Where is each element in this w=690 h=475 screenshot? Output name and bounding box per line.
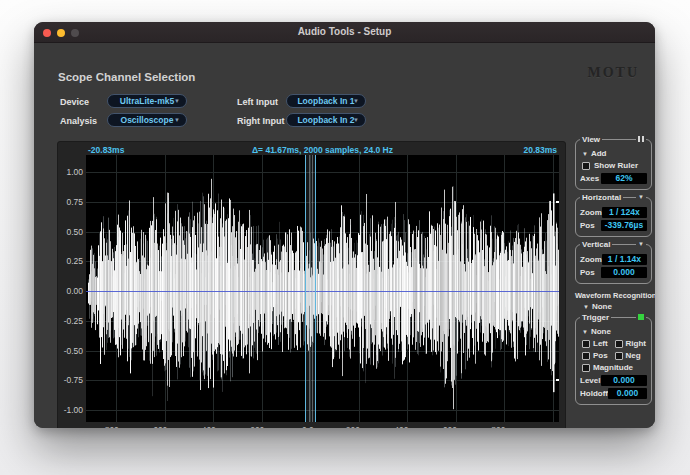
axes-value-field[interactable]: 62% <box>601 173 647 184</box>
trigger-pos-checkbox[interactable] <box>582 352 590 360</box>
left-input-dropdown[interactable]: Loopback In 1 ▼ <box>286 94 366 108</box>
show-ruler-label: Show Ruler <box>594 161 638 170</box>
right-input-label: Right Input <box>237 116 284 126</box>
show-ruler-row: Show Ruler <box>582 161 647 170</box>
y-axis-tick-label: 0.50 <box>58 227 83 237</box>
h-zoom-value-field[interactable]: 1 / 124x <box>602 207 647 218</box>
trigger-holdoff-value-field[interactable]: 0.000 <box>608 388 647 399</box>
oscilloscope-panel: -20.83ms Δ= 41.67ms, 2000 samples, 24.0 … <box>57 141 566 428</box>
desktop-background: Audio Tools - Setup Scope Channel Select… <box>0 0 690 475</box>
left-input-dropdown-value: Loopback In 1 <box>297 96 354 106</box>
chevron-down-icon: ▼ <box>353 117 359 124</box>
device-dropdown[interactable]: UltraLite-mk5 ▼ <box>107 94 187 108</box>
waveform-recognition-label: Waveform Recognition <box>575 291 652 300</box>
horizontal-group-title: Horizontal <box>580 193 623 202</box>
right-input-dropdown[interactable]: Loopback In 2 ▼ <box>286 113 366 127</box>
h-pos-value-field[interactable]: -339.76µs <box>601 220 647 231</box>
right-input-dropdown-value: Loopback In 2 <box>297 115 354 125</box>
y-axis-tick-label: -1.00 <box>58 405 83 415</box>
chevron-down-icon: ▼ <box>353 98 359 105</box>
x-axis-tick-label: -800ms <box>102 425 130 428</box>
h-zoom-label: Zoom <box>580 208 602 217</box>
chevron-down-icon[interactable]: ▼ <box>636 194 646 201</box>
v-zoom-value-field[interactable]: 1 / 1.14x <box>602 254 647 265</box>
y-axis-tick-label: -0.50 <box>58 346 83 356</box>
analysis-dropdown[interactable]: Oscilloscope ▼ <box>107 113 187 127</box>
v-pos-value-field[interactable]: 0.000 <box>601 267 647 278</box>
pause-icon[interactable] <box>636 136 646 142</box>
delta-readout: Δ= 41.67ms, 2000 samples, 24.0 Hz <box>86 145 559 155</box>
x-axis-tick-label: -200ms <box>247 425 275 428</box>
disclosure-triangle-icon: ▼ <box>582 328 588 336</box>
y-axis-tick-label: -0.25 <box>58 316 83 326</box>
waveform-recognition-dropdown[interactable]: ▼ None <box>583 302 652 311</box>
chevron-down-icon: ▼ <box>174 117 180 124</box>
trigger-neg-label: Neg <box>626 351 641 360</box>
trigger-mode-dropdown[interactable]: ▼ None <box>582 327 647 336</box>
horizontal-group: Horizontal ▼ Zoom 1 / 124x Pos -339.76µs <box>575 197 652 237</box>
axes-label: Axes <box>580 174 599 183</box>
view-group: View ▼ Add Show Ruler Axes 62% <box>575 139 652 190</box>
trigger-left-checkbox[interactable] <box>582 340 590 348</box>
analysis-dropdown-value: Oscilloscope <box>121 115 174 125</box>
x-axis-tick-label: -600ms <box>150 425 178 428</box>
trigger-group-title: Trigger <box>580 313 611 322</box>
trigger-magnitude-checkbox[interactable] <box>582 364 590 372</box>
left-input-label: Left Input <box>237 97 278 107</box>
x-axis-tick-label: 400ms <box>394 425 420 428</box>
trigger-level-value-field[interactable]: 0.000 <box>601 375 647 386</box>
vertical-group-title: Vertical <box>580 240 612 249</box>
trigger-mode-value: None <box>591 327 611 336</box>
chevron-down-icon: ▼ <box>174 98 180 105</box>
x-axis-tick-label: 200ms <box>346 425 372 428</box>
y-axis-tick-label: 0.25 <box>58 256 83 266</box>
vertical-group: Vertical ▼ Zoom 1 / 1.14x Pos 0.000 <box>575 244 652 284</box>
trigger-holdoff-label: Holdoff <box>580 389 608 398</box>
trigger-active-indicator <box>636 314 646 320</box>
h-pos-label: Pos <box>580 221 595 230</box>
y-axis-tick-label: 0.75 <box>58 197 83 207</box>
trigger-level-label: Level <box>580 376 600 385</box>
v-zoom-label: Zoom <box>580 255 602 264</box>
chevron-down-icon[interactable]: ▼ <box>636 241 646 248</box>
y-axis-tick-label: 0.00 <box>58 286 83 296</box>
disclosure-triangle-icon: ▼ <box>583 303 589 311</box>
window-content: Scope Channel Selection MOTU Device Ultr… <box>34 43 655 428</box>
disclosure-triangle-icon: ▼ <box>582 150 588 158</box>
waveform-recognition-value: None <box>592 302 612 311</box>
y-axis-tick-label: 1.00 <box>58 167 83 177</box>
y-axis-tick-label: -0.75 <box>58 375 83 385</box>
x-axis-tick-label: 600ms <box>443 425 469 428</box>
trigger-left-label: Left <box>593 339 608 348</box>
trigger-right-checkbox[interactable] <box>615 340 623 348</box>
page-title: Scope Channel Selection <box>58 71 195 83</box>
analysis-label: Analysis <box>60 116 97 126</box>
view-group-title: View <box>580 135 602 144</box>
x-axis-tick-label: -400ms <box>199 425 227 428</box>
view-add-label: Add <box>591 149 607 158</box>
right-cursor-time-label: 20.83ms <box>523 145 557 155</box>
trigger-neg-checkbox[interactable] <box>615 352 623 360</box>
x-axis-tick-label: 800ms <box>491 425 517 428</box>
show-ruler-checkbox[interactable] <box>582 162 590 170</box>
app-window: Audio Tools - Setup Scope Channel Select… <box>34 22 655 428</box>
x-axis-tick-label: 0.0s <box>302 425 318 428</box>
trigger-group: Trigger ▼ None Left Right Pos Neg <box>575 317 652 405</box>
trigger-pos-label: Pos <box>593 351 608 360</box>
trigger-magnitude-label: Magnitude <box>593 363 633 372</box>
device-label: Device <box>60 97 89 107</box>
titlebar[interactable]: Audio Tools - Setup <box>34 22 655 43</box>
motu-logo: MOTU <box>587 65 639 81</box>
trigger-right-label: Right <box>626 339 646 348</box>
device-dropdown-value: UltraLite-mk5 <box>120 96 174 106</box>
window-title: Audio Tools - Setup <box>34 26 655 37</box>
waveform-canvas[interactable] <box>86 155 559 422</box>
control-panel: View ▼ Add Show Ruler Axes 62% <box>575 139 652 412</box>
v-pos-label: Pos <box>580 268 595 277</box>
view-add-dropdown[interactable]: ▼ Add <box>582 149 647 158</box>
